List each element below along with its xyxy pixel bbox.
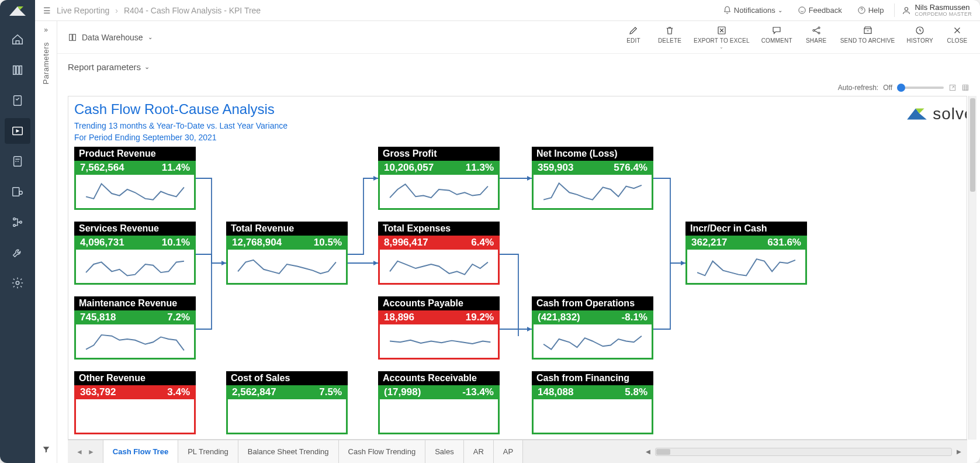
svg-marker-36 xyxy=(527,327,532,331)
database-icon xyxy=(68,33,77,42)
sparkline xyxy=(378,324,500,360)
svg-point-18 xyxy=(799,7,805,13)
nav-tools[interactable] xyxy=(5,240,30,265)
sparkline xyxy=(74,324,196,360)
kpi-product-revenue[interactable]: Product Revenue 7,562,56411.4% xyxy=(74,147,196,210)
left-nav-rail xyxy=(0,0,35,463)
svg-point-14 xyxy=(13,218,16,220)
kpi-other-revenue[interactable]: Other Revenue 363,7923.4% xyxy=(74,371,196,434)
kpi-cash-operations[interactable]: Cash from Operations (421,832)-8.1% xyxy=(532,296,653,360)
nav-tasks[interactable] xyxy=(5,88,30,113)
kpi-net-income[interactable]: Net Income (Loss) 359,903576.4% xyxy=(532,147,653,210)
history-button[interactable]: HISTORY xyxy=(907,25,934,50)
help-label: Help xyxy=(868,6,884,15)
nav-reports[interactable] xyxy=(5,118,30,144)
nav-workflow[interactable] xyxy=(5,209,30,235)
auto-refresh-slider[interactable] xyxy=(897,87,944,89)
svg-marker-35 xyxy=(527,176,532,181)
close-button[interactable]: CLOSE xyxy=(945,25,969,50)
user-role: CorpDemo Master xyxy=(915,11,972,17)
kpi-gross-profit[interactable]: Gross Profit 10,206,05711.3% xyxy=(378,147,500,210)
report-toolbar: Data Warehouse ⌄ EDIT DELETE EXPORT TO E… xyxy=(57,21,980,54)
nav-users[interactable] xyxy=(5,179,30,205)
sparkline xyxy=(378,399,500,434)
svg-marker-7 xyxy=(16,130,19,132)
nav-library[interactable] xyxy=(5,57,30,83)
data-source-dropdown[interactable]: Data Warehouse ⌄ xyxy=(68,33,153,42)
edit-button[interactable]: EDIT xyxy=(621,25,646,50)
user-menu[interactable]: Nils Rasmussen CorpDemo Master xyxy=(894,4,972,17)
report-canvas: Cash Flow Root-Cause Analysis Trending 1… xyxy=(68,96,967,440)
sparkline xyxy=(226,399,348,434)
svg-point-26 xyxy=(818,32,820,34)
popout-icon[interactable] xyxy=(948,84,957,92)
svg-rect-12 xyxy=(13,188,19,196)
user-name: Nils Rasmussen xyxy=(915,4,972,11)
svg-rect-2 xyxy=(13,66,16,75)
menu-toggle-icon[interactable]: ☰ xyxy=(43,6,51,15)
svg-marker-34 xyxy=(373,261,378,265)
nav-calculator[interactable] xyxy=(5,148,30,174)
kpi-total-expenses[interactable]: Total Expenses 8,996,4176.4% xyxy=(378,222,500,285)
auto-refresh-state: Off xyxy=(883,84,892,92)
svg-point-17 xyxy=(16,281,19,285)
svg-rect-22 xyxy=(73,34,76,40)
kpi-services-revenue[interactable]: Services Revenue 4,096,73110.1% xyxy=(74,222,196,285)
sheet-tab[interactable]: AP xyxy=(494,440,523,463)
auto-refresh-row: Auto-refresh: Off xyxy=(57,80,980,96)
auto-refresh-label: Auto-refresh: xyxy=(838,84,878,92)
top-header: ☰ Live Reporting › R404 - Cash Flow Anal… xyxy=(35,0,980,21)
svg-point-20 xyxy=(905,7,908,10)
expand-params-icon[interactable]: » xyxy=(44,26,48,34)
kpi-accounts-payable[interactable]: Accounts Payable 18,89619.2% xyxy=(378,296,500,360)
sparkline xyxy=(378,175,500,210)
kpi-cost-of-sales[interactable]: Cost of Sales 2,562,8477.5% xyxy=(226,371,348,434)
export-excel-button[interactable]: EXPORT TO EXCEL⌄ xyxy=(694,25,750,50)
notifications-menu[interactable]: Notifications ⌄ xyxy=(718,6,787,15)
svg-rect-21 xyxy=(70,34,72,40)
svg-point-25 xyxy=(818,27,820,29)
feedback-link[interactable]: Feedback xyxy=(793,6,847,15)
kpi-cash-financing[interactable]: Cash from Financing 148,0885.8% xyxy=(532,371,653,434)
sparkline xyxy=(74,399,196,434)
report-parameters-toggle[interactable]: Report parameters ⌄ xyxy=(57,54,980,80)
sheet-tab[interactable]: Balance Sheet Trending xyxy=(238,440,339,463)
share-button[interactable]: SHARE xyxy=(804,25,829,50)
help-link[interactable]: Help xyxy=(853,6,889,15)
feedback-label: Feedback xyxy=(809,6,842,15)
chevron-down-icon: ⌄ xyxy=(148,34,153,40)
sparkline xyxy=(685,250,807,285)
sheet-tab[interactable]: AR xyxy=(464,440,494,463)
filter-icon[interactable] xyxy=(42,445,50,456)
sheet-tab[interactable]: PL Trending xyxy=(178,440,238,463)
sheet-tab[interactable]: Cash Flow Trending xyxy=(339,440,426,463)
kpi-maintenance-revenue[interactable]: Maintenance Revenue 745,8187.2% xyxy=(74,296,196,360)
chevron-down-icon: ⌄ xyxy=(719,44,723,50)
breadcrumb-root[interactable]: Live Reporting xyxy=(57,6,109,15)
sparkline xyxy=(532,399,653,434)
notifications-label: Notifications xyxy=(734,6,775,15)
sparkline xyxy=(226,250,348,285)
nav-home[interactable] xyxy=(5,27,30,53)
kpi-incr-decr-cash[interactable]: Incr/Decr in Cash 362,217631.6% xyxy=(685,222,807,285)
sheet-tab[interactable]: Cash Flow Tree xyxy=(103,440,178,463)
svg-point-24 xyxy=(813,29,815,31)
comment-button[interactable]: COMMENT xyxy=(761,25,792,50)
svg-point-13 xyxy=(19,191,23,195)
sheet-nav-arrows[interactable]: ◄► xyxy=(68,440,103,463)
svg-marker-37 xyxy=(681,261,685,265)
chevron-down-icon: ⌄ xyxy=(778,7,782,13)
data-source-label: Data Warehouse xyxy=(82,33,143,42)
grid-icon[interactable] xyxy=(961,84,969,92)
kpi-total-revenue[interactable]: Total Revenue 12,768,90410.5% xyxy=(226,222,348,285)
sparkline xyxy=(74,175,196,210)
svg-marker-33 xyxy=(373,176,378,181)
horizontal-scrollbar[interactable]: ◄► xyxy=(640,440,967,463)
delete-button[interactable]: DELETE xyxy=(657,25,682,50)
nav-settings[interactable] xyxy=(5,270,30,296)
kpi-accounts-receivable[interactable]: Accounts Receivable (17,998)-13.4% xyxy=(378,371,500,434)
vertical-scrollbar[interactable] xyxy=(968,96,976,440)
sheet-tab[interactable]: Sales xyxy=(425,440,464,463)
archive-button[interactable]: SEND TO ARCHIVE xyxy=(840,25,895,50)
svg-rect-4 xyxy=(20,66,22,75)
